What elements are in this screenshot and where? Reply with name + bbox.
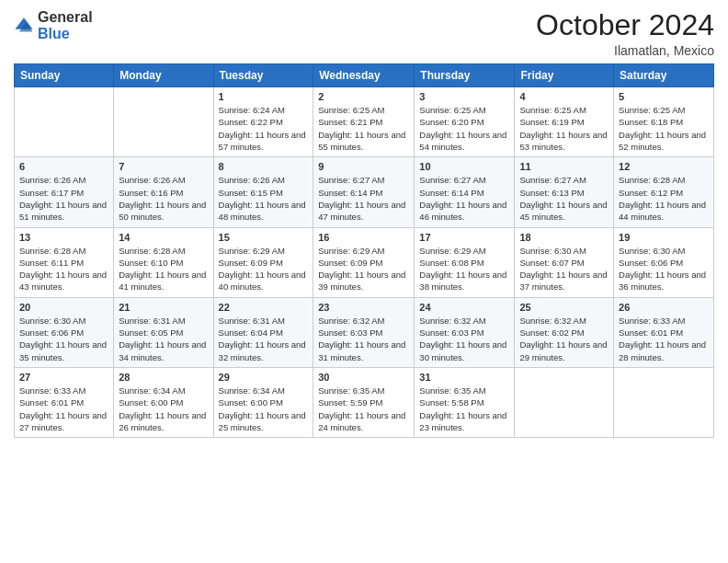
day-info: Sunrise: 6:35 AMSunset: 5:59 PMDaylight:…: [318, 385, 409, 433]
day-info: Sunrise: 6:29 AMSunset: 6:08 PMDaylight:…: [419, 245, 509, 293]
calendar-cell: 10Sunrise: 6:27 AMSunset: 6:14 PMDayligh…: [415, 157, 515, 227]
calendar-cell: 31Sunrise: 6:35 AMSunset: 5:58 PMDayligh…: [415, 367, 515, 437]
title-block: October 2024 Ilamatlan, Mexico: [536, 9, 714, 58]
day-info: Sunrise: 6:32 AMSunset: 6:03 PMDaylight:…: [318, 315, 409, 363]
day-number: 7: [119, 161, 208, 172]
day-info: Sunrise: 6:32 AMSunset: 6:03 PMDaylight:…: [419, 315, 509, 363]
day-number: 28: [119, 372, 208, 383]
day-number: 13: [19, 232, 108, 243]
day-number: 5: [619, 91, 709, 102]
day-info: Sunrise: 6:24 AMSunset: 6:22 PMDaylight:…: [219, 104, 309, 153]
weekday-header: Tuesday: [213, 64, 313, 87]
day-info: Sunrise: 6:33 AMSunset: 6:01 PMDaylight:…: [19, 385, 108, 433]
header: General Blue October 2024 Ilamatlan, Mex…: [14, 9, 714, 58]
day-number: 27: [19, 372, 108, 383]
calendar-cell: 27Sunrise: 6:33 AMSunset: 6:01 PMDayligh…: [15, 367, 114, 437]
calendar-cell: 21Sunrise: 6:31 AMSunset: 6:05 PMDayligh…: [114, 297, 213, 367]
day-number: 15: [219, 232, 309, 243]
day-info: Sunrise: 6:35 AMSunset: 5:58 PMDaylight:…: [419, 385, 509, 433]
calendar-cell: [614, 367, 714, 437]
calendar-week-row: 1Sunrise: 6:24 AMSunset: 6:22 PMDaylight…: [15, 87, 714, 157]
calendar-cell: 24Sunrise: 6:32 AMSunset: 6:03 PMDayligh…: [415, 297, 515, 367]
calendar-cell: 23Sunrise: 6:32 AMSunset: 6:03 PMDayligh…: [313, 297, 415, 367]
page: General Blue October 2024 Ilamatlan, Mex…: [0, 0, 728, 563]
calendar-cell: [114, 87, 213, 157]
calendar-cell: 11Sunrise: 6:27 AMSunset: 6:13 PMDayligh…: [515, 157, 614, 227]
day-info: Sunrise: 6:34 AMSunset: 6:00 PMDaylight:…: [219, 385, 309, 433]
day-info: Sunrise: 6:32 AMSunset: 6:02 PMDaylight:…: [519, 315, 609, 363]
day-number: 10: [419, 161, 509, 172]
day-number: 20: [19, 302, 108, 313]
day-number: 9: [318, 161, 409, 172]
calendar-cell: 25Sunrise: 6:32 AMSunset: 6:02 PMDayligh…: [515, 297, 614, 367]
day-number: 30: [318, 372, 409, 383]
day-number: 3: [419, 91, 509, 102]
calendar-header-row: SundayMondayTuesdayWednesdayThursdayFrid…: [15, 64, 714, 87]
weekday-header: Monday: [114, 64, 213, 87]
calendar-table: SundayMondayTuesdayWednesdayThursdayFrid…: [14, 63, 714, 438]
calendar-cell: 7Sunrise: 6:26 AMSunset: 6:16 PMDaylight…: [114, 157, 213, 227]
day-number: 11: [519, 161, 609, 172]
day-info: Sunrise: 6:31 AMSunset: 6:04 PMDaylight:…: [219, 315, 309, 363]
calendar-cell: [15, 87, 114, 157]
calendar-cell: 3Sunrise: 6:25 AMSunset: 6:20 PMDaylight…: [415, 87, 515, 157]
calendar-cell: 8Sunrise: 6:26 AMSunset: 6:15 PMDaylight…: [213, 157, 313, 227]
day-info: Sunrise: 6:26 AMSunset: 6:15 PMDaylight:…: [219, 174, 309, 223]
day-info: Sunrise: 6:26 AMSunset: 6:17 PMDaylight:…: [19, 174, 108, 223]
day-info: Sunrise: 6:28 AMSunset: 6:12 PMDaylight:…: [619, 174, 709, 223]
day-info: Sunrise: 6:30 AMSunset: 6:06 PMDaylight:…: [619, 245, 709, 293]
weekday-header: Saturday: [614, 64, 714, 87]
calendar-week-row: 6Sunrise: 6:26 AMSunset: 6:17 PMDaylight…: [15, 157, 714, 227]
day-info: Sunrise: 6:28 AMSunset: 6:11 PMDaylight:…: [19, 245, 108, 293]
calendar-cell: 6Sunrise: 6:26 AMSunset: 6:17 PMDaylight…: [15, 157, 114, 227]
logo: General Blue: [14, 9, 93, 41]
day-info: Sunrise: 6:30 AMSunset: 6:07 PMDaylight:…: [519, 245, 609, 293]
calendar-cell: 15Sunrise: 6:29 AMSunset: 6:09 PMDayligh…: [213, 227, 313, 297]
calendar-cell: 26Sunrise: 6:33 AMSunset: 6:01 PMDayligh…: [614, 297, 714, 367]
day-info: Sunrise: 6:27 AMSunset: 6:14 PMDaylight:…: [318, 174, 409, 223]
day-number: 12: [619, 161, 709, 172]
day-number: 26: [619, 302, 709, 313]
day-info: Sunrise: 6:31 AMSunset: 6:05 PMDaylight:…: [119, 315, 208, 363]
calendar-cell: 9Sunrise: 6:27 AMSunset: 6:14 PMDaylight…: [313, 157, 415, 227]
day-info: Sunrise: 6:25 AMSunset: 6:20 PMDaylight:…: [419, 104, 509, 153]
day-info: Sunrise: 6:25 AMSunset: 6:21 PMDaylight:…: [318, 104, 409, 153]
calendar-cell: 1Sunrise: 6:24 AMSunset: 6:22 PMDaylight…: [213, 87, 313, 157]
calendar-cell: 4Sunrise: 6:25 AMSunset: 6:19 PMDaylight…: [515, 87, 614, 157]
day-number: 21: [119, 302, 208, 313]
calendar-cell: 29Sunrise: 6:34 AMSunset: 6:00 PMDayligh…: [213, 367, 313, 437]
day-info: Sunrise: 6:34 AMSunset: 6:00 PMDaylight:…: [119, 385, 208, 433]
logo-icon: [14, 16, 34, 36]
calendar-cell: 30Sunrise: 6:35 AMSunset: 5:59 PMDayligh…: [313, 367, 415, 437]
calendar-cell: 13Sunrise: 6:28 AMSunset: 6:11 PMDayligh…: [15, 227, 114, 297]
month-title: October 2024: [536, 9, 714, 41]
weekday-header: Wednesday: [313, 64, 415, 87]
calendar-cell: 16Sunrise: 6:29 AMSunset: 6:09 PMDayligh…: [313, 227, 415, 297]
day-number: 14: [119, 232, 208, 243]
day-info: Sunrise: 6:30 AMSunset: 6:06 PMDaylight:…: [19, 315, 108, 363]
weekday-header: Thursday: [415, 64, 515, 87]
day-number: 24: [419, 302, 509, 313]
day-number: 1: [219, 91, 309, 102]
location: Ilamatlan, Mexico: [536, 43, 714, 58]
calendar-cell: 5Sunrise: 6:25 AMSunset: 6:18 PMDaylight…: [614, 87, 714, 157]
day-info: Sunrise: 6:25 AMSunset: 6:18 PMDaylight:…: [619, 104, 709, 153]
day-number: 23: [318, 302, 409, 313]
calendar-week-row: 13Sunrise: 6:28 AMSunset: 6:11 PMDayligh…: [15, 227, 714, 297]
calendar-cell: 28Sunrise: 6:34 AMSunset: 6:00 PMDayligh…: [114, 367, 213, 437]
day-number: 25: [519, 302, 609, 313]
day-number: 18: [519, 232, 609, 243]
logo-general: General: [38, 9, 93, 26]
day-number: 17: [419, 232, 509, 243]
day-number: 6: [19, 161, 108, 172]
day-number: 2: [318, 91, 409, 102]
day-number: 29: [219, 372, 309, 383]
day-number: 8: [219, 161, 309, 172]
day-number: 16: [318, 232, 409, 243]
day-number: 22: [219, 302, 309, 313]
calendar-cell: 22Sunrise: 6:31 AMSunset: 6:04 PMDayligh…: [213, 297, 313, 367]
calendar-cell: 19Sunrise: 6:30 AMSunset: 6:06 PMDayligh…: [614, 227, 714, 297]
day-info: Sunrise: 6:33 AMSunset: 6:01 PMDaylight:…: [619, 315, 709, 363]
logo-blue: Blue: [38, 26, 93, 42]
calendar-cell: 12Sunrise: 6:28 AMSunset: 6:12 PMDayligh…: [614, 157, 714, 227]
